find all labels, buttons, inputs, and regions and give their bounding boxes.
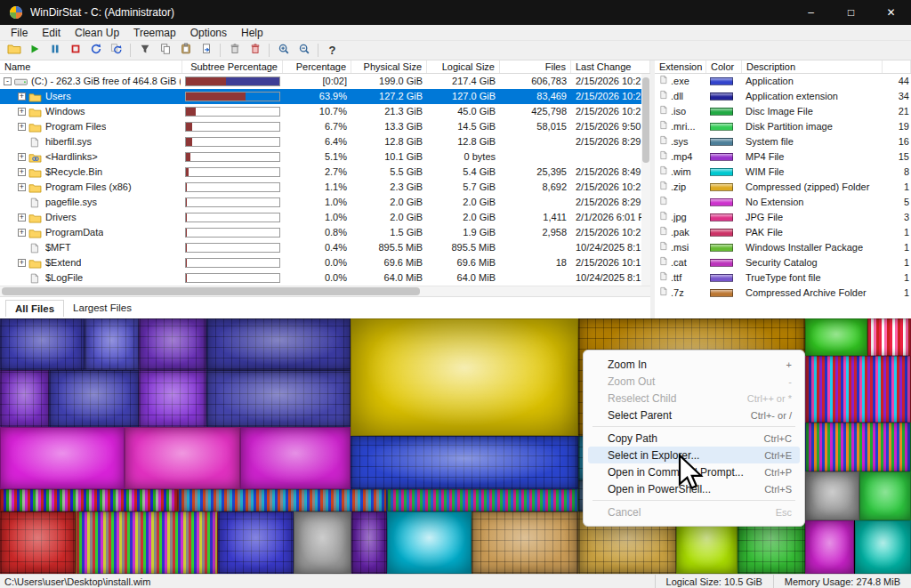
menu-options[interactable]: Options (183, 25, 234, 41)
treemap-block[interactable] (218, 511, 294, 574)
treemap-block[interactable] (0, 370, 49, 427)
treemap-block[interactable] (139, 318, 207, 370)
close-button[interactable]: ✕ (871, 0, 911, 25)
treemap-block[interactable] (0, 427, 125, 489)
resume-button[interactable] (24, 42, 44, 60)
tree-row[interactable]: hiberfil.sys 6.4% 12.8 GiB 12.8 GiB 2/15… (0, 134, 650, 149)
treemap-block[interactable] (387, 511, 472, 574)
tree-vertical-scrollbar[interactable] (641, 74, 650, 286)
extension-row[interactable]: .iso Disc Image File 21 (655, 104, 911, 119)
treemap-block[interactable] (387, 489, 578, 511)
menu-treemap[interactable]: Treemap (126, 25, 183, 41)
extension-row[interactable]: .sys System file 16 (655, 134, 911, 149)
tree-row[interactable]: $MFT 0.4% 895.5 MiB 895.5 MiB 10/24/2025… (0, 240, 650, 255)
tree-row[interactable]: +<Hardlinks> 5.1% 10.1 GiB 0 bytes (0, 149, 650, 165)
expand-toggle[interactable]: + (18, 93, 26, 101)
treemap-block[interactable] (867, 318, 911, 356)
tree-row[interactable]: +Program Files 6.7% 13.3 GiB 14.5 GiB 58… (0, 119, 650, 134)
tab-largest-files[interactable]: Largest Files (64, 300, 141, 316)
zoom-out-button[interactable] (294, 42, 314, 60)
treemap-block[interactable] (805, 471, 859, 520)
extension-row[interactable]: .wim WIM File 8 (655, 165, 911, 180)
treemap-block[interactable] (859, 471, 911, 520)
extension-row[interactable]: .dll Application extension 34 (655, 89, 911, 104)
tree-row[interactable]: +$Recycle.Bin 2.7% 5.5 GiB 5.4 GiB 25,39… (0, 165, 650, 180)
tree-row[interactable]: pagefile.sys 1.0% 2.0 GiB 2.0 GiB 2/15/2… (0, 195, 650, 210)
menu-clean-up[interactable]: Clean Up (68, 25, 126, 41)
menu-edit[interactable]: Edit (35, 25, 68, 41)
tree-row[interactable]: +Drivers 1.0% 2.0 GiB 2.0 GiB 1,411 2/1/… (0, 210, 650, 225)
suspend-button[interactable] (44, 42, 65, 60)
extension-row[interactable]: .pak PAK File 1 (655, 225, 911, 240)
explorer-button[interactable] (175, 42, 196, 60)
treemap-block[interactable] (85, 318, 138, 370)
extension-column-header[interactable] (883, 60, 911, 73)
treemap-block[interactable] (206, 318, 351, 370)
refresh-all-button[interactable] (85, 42, 106, 60)
treemap-block[interactable] (351, 511, 387, 574)
treemap-block[interactable] (125, 427, 240, 489)
expand-toggle[interactable]: + (18, 123, 26, 131)
treemap-block[interactable] (178, 489, 388, 511)
expand-toggle[interactable]: + (18, 108, 26, 116)
extension-row[interactable]: No Extension 5 (655, 195, 911, 210)
menu-help[interactable]: Help (234, 25, 270, 41)
expand-toggle[interactable]: + (18, 229, 26, 237)
expand-toggle[interactable]: - (4, 77, 12, 85)
extension-row[interactable]: .exe Application 44 (655, 74, 911, 89)
tree-row[interactable]: +Program Files (x86) 1.1% 2.3 GiB 5.7 Gi… (0, 180, 650, 195)
treemap-block[interactable] (855, 520, 911, 574)
extension-row[interactable]: .mri... Disk Partition image 19 (655, 119, 911, 134)
tree-horizontal-scrollbar[interactable] (0, 286, 650, 296)
tree-column-header[interactable]: Logical Size (427, 60, 500, 73)
tree-row[interactable]: +ProgramData 0.8% 1.5 GiB 1.9 GiB 2,958 … (0, 225, 650, 240)
scrollbar-thumb[interactable] (642, 77, 649, 163)
treemap-block[interactable] (805, 520, 854, 574)
tree-column-header[interactable]: Files (500, 60, 571, 73)
extension-column-header[interactable]: Description (742, 60, 883, 73)
treemap-block[interactable] (240, 427, 351, 489)
treemap-block[interactable] (139, 370, 207, 427)
tree-column-header[interactable]: Percentage (283, 60, 351, 73)
treemap-block[interactable] (351, 318, 578, 436)
extension-row[interactable]: .jpg JPG File 3 (655, 210, 911, 225)
expand-toggle[interactable]: + (18, 259, 26, 267)
tree-row[interactable]: -(C:) - 262.3 GiB free of 464.8 GiB (...… (0, 74, 650, 89)
extension-column-header[interactable]: Color (706, 60, 742, 73)
delete-permanently-button[interactable] (245, 42, 265, 60)
delete-button[interactable] (224, 42, 245, 60)
extension-row[interactable]: .msi Windows Installer Package 1 (655, 240, 911, 255)
treemap-block[interactable] (805, 356, 911, 423)
extension-row[interactable]: .7z Compressed Archive Folder 1 (655, 286, 911, 301)
treemap-block[interactable] (351, 436, 578, 489)
refresh-selected-button[interactable] (106, 42, 126, 60)
open-button[interactable] (4, 42, 24, 60)
extension-row[interactable]: .cat Security Catalog 1 (655, 255, 911, 270)
minimize-button[interactable]: – (791, 0, 831, 25)
stop-button[interactable] (65, 42, 85, 60)
extension-column-header[interactable]: Extension (655, 60, 706, 73)
extension-row[interactable]: .ttf TrueType font file 1 (655, 270, 911, 286)
tree-column-header[interactable]: Last Change (571, 60, 650, 73)
context-menu-item-copy-path[interactable]: Copy PathCtrl+C (588, 430, 800, 447)
treemap-block[interactable] (472, 511, 578, 574)
context-menu-item-zoom-in[interactable]: Zoom In+ (588, 356, 800, 373)
treemap-block[interactable] (294, 511, 352, 574)
expand-toggle[interactable]: + (18, 153, 26, 161)
treemap-block[interactable] (0, 511, 76, 574)
treemap-block[interactable] (805, 318, 867, 356)
treemap-block[interactable] (49, 370, 138, 427)
copy-path-button[interactable] (155, 42, 175, 60)
tree-row[interactable]: +$Extend 0.0% 69.6 MiB 69.6 MiB 18 2/15/… (0, 255, 650, 270)
extension-row[interactable]: .zip Compressed (zipped) Folder 1 (655, 180, 911, 195)
tab-all-files[interactable]: All Files (5, 300, 64, 317)
menu-file[interactable]: File (4, 25, 35, 41)
tree-row[interactable]: $LogFile 0.0% 64.0 MiB 64.0 MiB 10/24/20… (0, 270, 650, 286)
treemap-block[interactable] (0, 318, 85, 370)
extension-row[interactable]: .mp4 MP4 File 15 (655, 149, 911, 165)
treemap-block[interactable] (76, 511, 218, 574)
zoom-in-button[interactable] (273, 42, 294, 60)
tree-row[interactable]: +Windows 10.7% 21.3 GiB 45.0 GiB 425,798… (0, 104, 650, 119)
tree-row[interactable]: +Users 63.9% 127.2 GiB 127.0 GiB 83,469 … (0, 89, 650, 104)
tree-column-header[interactable]: Physical Size (351, 60, 427, 73)
